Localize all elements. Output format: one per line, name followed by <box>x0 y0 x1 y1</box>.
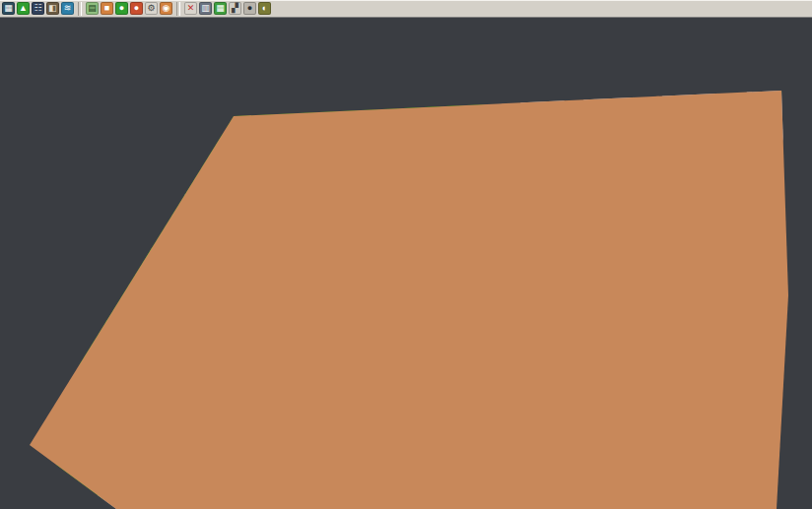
open-project-icon[interactable]: ▦ <box>2 2 15 15</box>
vegetation-layer-icon[interactable]: ▲ <box>17 2 30 15</box>
profile-icon[interactable]: ▥ <box>199 2 212 15</box>
water-icon[interactable]: ≋ <box>61 2 74 15</box>
application-window: ▦▲☷◧≋▤■●●⚙◉✕▥▦▞●◐ <box>0 0 812 509</box>
pointcloud-scene <box>0 18 812 509</box>
building-class-icon[interactable]: ● <box>130 2 143 15</box>
measure-icon[interactable]: ◉ <box>160 2 172 15</box>
mesh-icon[interactable]: ▞ <box>229 2 241 15</box>
toolbar-separator <box>78 2 82 16</box>
3d-viewport[interactable] <box>0 18 812 509</box>
terrain-icon[interactable]: ◧ <box>46 2 59 15</box>
pointcloud-icon[interactable]: ☷ <box>32 2 44 15</box>
globe-icon[interactable]: ● <box>243 2 256 15</box>
delete-icon[interactable]: ✕ <box>184 2 197 15</box>
settings-icon[interactable]: ⚙ <box>145 2 158 15</box>
classification-icon[interactable]: ▤ <box>86 2 99 15</box>
toolbar: ▦▲☷◧≋▤■●●⚙◉✕▥▦▞●◐ <box>0 0 812 18</box>
stats-icon[interactable]: ◐ <box>258 2 271 15</box>
toolbar-separator <box>176 2 180 16</box>
tree-class-icon[interactable]: ● <box>115 2 128 15</box>
ground-class-icon[interactable]: ■ <box>101 2 113 15</box>
grid-icon[interactable]: ▦ <box>214 2 227 15</box>
